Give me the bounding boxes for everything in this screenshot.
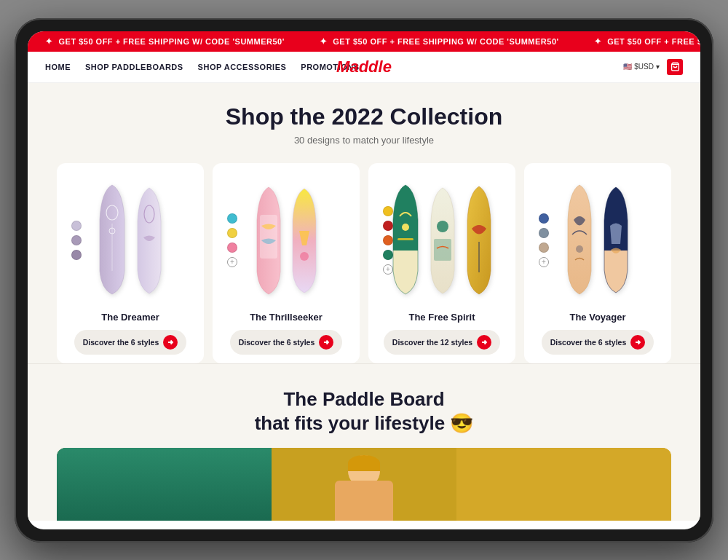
promo-star-icon: ✦ <box>45 36 53 47</box>
arrow-circle-icon <box>163 335 178 350</box>
swatch[interactable] <box>71 235 82 245</box>
hero-subtitle: 30 designs to match your lifestyle <box>45 135 683 146</box>
discover-freespirit-label: Discover the 12 styles <box>392 338 472 347</box>
nav-shop-paddleboards[interactable]: SHOP PADDLEBOARDS <box>85 63 183 71</box>
svg-rect-5 <box>260 215 277 259</box>
color-swatches-voyager: + <box>539 213 549 267</box>
swatch-add[interactable]: + <box>227 257 237 267</box>
board-dreamer-1 <box>95 184 129 296</box>
boards-dreamer <box>95 175 165 306</box>
swatch[interactable] <box>539 242 549 253</box>
products-grid: The Dreamer Discover the 6 styles <box>45 163 683 363</box>
discover-voyager-label: Discover the 6 styles <box>550 338 626 347</box>
discover-thrillseeker-label: Discover the 6 styles <box>239 338 314 347</box>
discover-dreamer-button[interactable]: Discover the 6 styles <box>74 330 186 355</box>
promo-bar-scroll: ✦ GET $50 OFF + FREE SHIPPING W/ CODE 'S… <box>28 36 700 47</box>
discover-freespirit-button[interactable]: Discover the 12 styles <box>384 330 500 355</box>
bottom-section: The Paddle Board that fits your lifestyl… <box>28 363 700 521</box>
board-freespirit-1 <box>389 184 422 296</box>
site-logo[interactable]: Maddle <box>336 58 392 76</box>
board-thrillseeker-1 <box>253 186 285 295</box>
product-name-voyager: The Voyager <box>569 312 625 323</box>
promo-bar: ✦ GET $50 OFF + FREE SHIPPING W/ CODE 'S… <box>28 31 700 52</box>
currency-label: $USD <box>634 63 654 71</box>
svg-point-9 <box>437 221 448 232</box>
boards-voyager <box>563 175 632 306</box>
product-visual-thrillseeker: + <box>221 175 351 306</box>
board-dreamer-2 <box>133 186 165 294</box>
svg-rect-10 <box>434 239 451 261</box>
product-name-freespirit: The Free Spirit <box>408 312 475 323</box>
currency-selector[interactable]: 🇺🇸 $USD ▾ <box>623 63 660 71</box>
swatch[interactable] <box>71 221 82 231</box>
boards-freespirit <box>389 175 495 306</box>
swatch[interactable] <box>227 242 237 253</box>
nav-right: 🇺🇸 $USD ▾ <box>623 59 683 75</box>
svg-rect-8 <box>397 238 414 240</box>
cart-button[interactable] <box>667 59 683 75</box>
arrow-circle-icon <box>630 335 645 350</box>
boards-thrillseeker <box>253 175 320 306</box>
discover-dreamer-label: Discover the 6 styles <box>83 338 159 347</box>
hero-title: Shop the 2022 Collection <box>45 103 683 130</box>
nav-home[interactable]: HOME <box>45 63 71 71</box>
discover-thrillseeker-button[interactable]: Discover the 6 styles <box>230 330 342 355</box>
arrow-circle-icon <box>319 335 333 350</box>
board-voyager-2 <box>600 186 632 295</box>
swatch[interactable] <box>539 213 549 224</box>
product-visual-freespirit: + <box>377 175 507 306</box>
bottom-title-line2: that fits your lifestyle 😎 <box>45 411 683 436</box>
nav-shop-accessories[interactable]: SHOP ACCESSORIES <box>198 63 287 71</box>
board-freespirit-3 <box>463 185 495 296</box>
product-card-freespirit: + <box>368 163 515 363</box>
lifestyle-bg <box>57 448 671 521</box>
promo-star-icon: ✦ <box>594 36 602 47</box>
promo-text: GET $50 OFF + FREE SHIPPING W/ CODE 'SUM… <box>333 37 558 46</box>
product-card-thrillseeker: + <box>213 163 360 363</box>
board-thrillseeker-2 <box>289 187 320 293</box>
dropdown-chevron-icon: ▾ <box>656 63 660 71</box>
board-voyager-1 <box>563 184 596 296</box>
swatch-add[interactable]: + <box>539 257 549 267</box>
promo-item: ✦ GET $50 OFF + FREE SHIPPING W/ CODE 'S… <box>577 36 700 47</box>
nav-left: HOME SHOP PADDLEBOARDS SHOP ACCESSORIES … <box>45 63 359 71</box>
promo-item: ✦ GET $50 OFF + FREE SHIPPING W/ CODE 'S… <box>28 36 302 47</box>
promo-star-icon: ✦ <box>320 36 328 47</box>
bottom-title-line1: The Paddle Board <box>45 387 683 412</box>
discover-voyager-button[interactable]: Discover the 6 styles <box>542 330 654 355</box>
lifestyle-image <box>57 448 671 521</box>
swatch[interactable] <box>71 250 82 260</box>
svg-point-12 <box>576 245 583 253</box>
navbar: HOME SHOP PADDLEBOARDS SHOP ACCESSORIES … <box>28 52 700 83</box>
product-card-voyager: + <box>524 163 671 363</box>
tablet-screen: ✦ GET $50 OFF + FREE SHIPPING W/ CODE 'S… <box>28 31 700 529</box>
product-card-dreamer: The Dreamer Discover the 6 styles <box>57 163 204 363</box>
tablet-frame: ✦ GET $50 OFF + FREE SHIPPING W/ CODE 'S… <box>15 18 713 543</box>
svg-point-7 <box>402 224 409 231</box>
promo-text: GET $50 OFF + FREE SHIPPING W/ CODE 'SUM… <box>607 37 700 46</box>
color-swatches-thrillseeker: + <box>227 213 237 267</box>
product-name-thrillseeker: The Thrillseeker <box>250 312 323 323</box>
swatch[interactable] <box>227 228 237 238</box>
product-visual-dreamer <box>66 175 195 306</box>
svg-point-6 <box>300 252 309 261</box>
bottom-title: The Paddle Board that fits your lifestyl… <box>45 387 683 437</box>
swatch[interactable] <box>539 228 549 238</box>
hero-section: Shop the 2022 Collection 30 designs to m… <box>28 83 700 363</box>
product-name-dreamer: The Dreamer <box>101 312 159 323</box>
product-visual-voyager: + <box>533 175 662 306</box>
flag-icon: 🇺🇸 <box>623 63 632 71</box>
promo-text: GET $50 OFF + FREE SHIPPING W/ CODE 'SUM… <box>59 37 285 46</box>
color-swatches-dreamer <box>71 221 82 260</box>
arrow-circle-icon <box>477 335 491 350</box>
swatch[interactable] <box>227 213 237 224</box>
board-freespirit-2 <box>427 186 459 294</box>
promo-item: ✦ GET $50 OFF + FREE SHIPPING W/ CODE 'S… <box>302 36 577 47</box>
